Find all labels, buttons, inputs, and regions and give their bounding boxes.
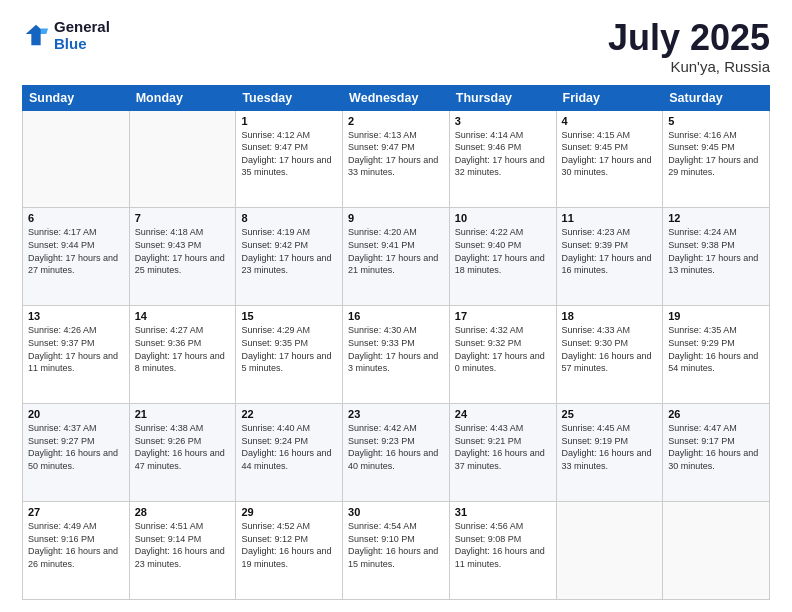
calendar-cell: 28Sunrise: 4:51 AM Sunset: 9:14 PM Dayli… <box>129 502 236 600</box>
calendar-cell <box>129 110 236 208</box>
logo-text: General Blue <box>54 18 110 52</box>
weekday-header: Tuesday <box>236 85 343 110</box>
calendar-cell: 7Sunrise: 4:18 AM Sunset: 9:43 PM Daylig… <box>129 208 236 306</box>
day-number: 25 <box>562 408 658 420</box>
day-info: Sunrise: 4:16 AM Sunset: 9:45 PM Dayligh… <box>668 129 764 179</box>
calendar-cell: 29Sunrise: 4:52 AM Sunset: 9:12 PM Dayli… <box>236 502 343 600</box>
calendar-cell <box>556 502 663 600</box>
calendar-cell: 30Sunrise: 4:54 AM Sunset: 9:10 PM Dayli… <box>343 502 450 600</box>
day-number: 30 <box>348 506 444 518</box>
calendar-cell: 8Sunrise: 4:19 AM Sunset: 9:42 PM Daylig… <box>236 208 343 306</box>
day-info: Sunrise: 4:54 AM Sunset: 9:10 PM Dayligh… <box>348 520 444 570</box>
calendar-week-row: 1Sunrise: 4:12 AM Sunset: 9:47 PM Daylig… <box>23 110 770 208</box>
day-number: 16 <box>348 310 444 322</box>
calendar-cell: 24Sunrise: 4:43 AM Sunset: 9:21 PM Dayli… <box>449 404 556 502</box>
calendar-cell: 14Sunrise: 4:27 AM Sunset: 9:36 PM Dayli… <box>129 306 236 404</box>
day-number: 18 <box>562 310 658 322</box>
calendar-cell: 25Sunrise: 4:45 AM Sunset: 9:19 PM Dayli… <box>556 404 663 502</box>
day-number: 24 <box>455 408 551 420</box>
calendar-cell: 5Sunrise: 4:16 AM Sunset: 9:45 PM Daylig… <box>663 110 770 208</box>
day-number: 21 <box>135 408 231 420</box>
day-number: 23 <box>348 408 444 420</box>
day-info: Sunrise: 4:51 AM Sunset: 9:14 PM Dayligh… <box>135 520 231 570</box>
calendar-cell: 6Sunrise: 4:17 AM Sunset: 9:44 PM Daylig… <box>23 208 130 306</box>
weekday-header: Sunday <box>23 85 130 110</box>
calendar-cell: 9Sunrise: 4:20 AM Sunset: 9:41 PM Daylig… <box>343 208 450 306</box>
calendar-cell: 15Sunrise: 4:29 AM Sunset: 9:35 PM Dayli… <box>236 306 343 404</box>
weekday-header: Wednesday <box>343 85 450 110</box>
day-info: Sunrise: 4:14 AM Sunset: 9:46 PM Dayligh… <box>455 129 551 179</box>
day-number: 27 <box>28 506 124 518</box>
day-info: Sunrise: 4:17 AM Sunset: 9:44 PM Dayligh… <box>28 226 124 276</box>
calendar-week-row: 6Sunrise: 4:17 AM Sunset: 9:44 PM Daylig… <box>23 208 770 306</box>
calendar-cell: 17Sunrise: 4:32 AM Sunset: 9:32 PM Dayli… <box>449 306 556 404</box>
day-info: Sunrise: 4:22 AM Sunset: 9:40 PM Dayligh… <box>455 226 551 276</box>
day-number: 3 <box>455 115 551 127</box>
day-number: 14 <box>135 310 231 322</box>
day-info: Sunrise: 4:19 AM Sunset: 9:42 PM Dayligh… <box>241 226 337 276</box>
calendar-cell: 10Sunrise: 4:22 AM Sunset: 9:40 PM Dayli… <box>449 208 556 306</box>
day-number: 31 <box>455 506 551 518</box>
day-info: Sunrise: 4:45 AM Sunset: 9:19 PM Dayligh… <box>562 422 658 472</box>
logo-icon <box>22 21 50 49</box>
day-number: 11 <box>562 212 658 224</box>
weekday-header: Saturday <box>663 85 770 110</box>
day-number: 2 <box>348 115 444 127</box>
calendar-week-row: 20Sunrise: 4:37 AM Sunset: 9:27 PM Dayli… <box>23 404 770 502</box>
calendar-cell: 23Sunrise: 4:42 AM Sunset: 9:23 PM Dayli… <box>343 404 450 502</box>
calendar-table: SundayMondayTuesdayWednesdayThursdayFrid… <box>22 85 770 600</box>
svg-marker-0 <box>26 25 47 46</box>
weekday-header-row: SundayMondayTuesdayWednesdayThursdayFrid… <box>23 85 770 110</box>
day-number: 26 <box>668 408 764 420</box>
day-info: Sunrise: 4:26 AM Sunset: 9:37 PM Dayligh… <box>28 324 124 374</box>
day-number: 19 <box>668 310 764 322</box>
day-info: Sunrise: 4:15 AM Sunset: 9:45 PM Dayligh… <box>562 129 658 179</box>
day-info: Sunrise: 4:42 AM Sunset: 9:23 PM Dayligh… <box>348 422 444 472</box>
calendar-cell: 18Sunrise: 4:33 AM Sunset: 9:30 PM Dayli… <box>556 306 663 404</box>
calendar-cell <box>663 502 770 600</box>
day-info: Sunrise: 4:47 AM Sunset: 9:17 PM Dayligh… <box>668 422 764 472</box>
day-info: Sunrise: 4:37 AM Sunset: 9:27 PM Dayligh… <box>28 422 124 472</box>
calendar-cell <box>23 110 130 208</box>
page: General Blue July 2025 Kun'ya, Russia Su… <box>0 0 792 612</box>
day-number: 17 <box>455 310 551 322</box>
day-info: Sunrise: 4:38 AM Sunset: 9:26 PM Dayligh… <box>135 422 231 472</box>
day-info: Sunrise: 4:12 AM Sunset: 9:47 PM Dayligh… <box>241 129 337 179</box>
day-info: Sunrise: 4:49 AM Sunset: 9:16 PM Dayligh… <box>28 520 124 570</box>
calendar-cell: 12Sunrise: 4:24 AM Sunset: 9:38 PM Dayli… <box>663 208 770 306</box>
day-number: 8 <box>241 212 337 224</box>
day-number: 1 <box>241 115 337 127</box>
day-number: 22 <box>241 408 337 420</box>
day-info: Sunrise: 4:18 AM Sunset: 9:43 PM Dayligh… <box>135 226 231 276</box>
calendar-cell: 20Sunrise: 4:37 AM Sunset: 9:27 PM Dayli… <box>23 404 130 502</box>
day-info: Sunrise: 4:29 AM Sunset: 9:35 PM Dayligh… <box>241 324 337 374</box>
day-number: 10 <box>455 212 551 224</box>
day-info: Sunrise: 4:32 AM Sunset: 9:32 PM Dayligh… <box>455 324 551 374</box>
day-number: 28 <box>135 506 231 518</box>
calendar-cell: 19Sunrise: 4:35 AM Sunset: 9:29 PM Dayli… <box>663 306 770 404</box>
day-number: 13 <box>28 310 124 322</box>
title-block: July 2025 Kun'ya, Russia <box>608 18 770 75</box>
day-number: 29 <box>241 506 337 518</box>
day-number: 20 <box>28 408 124 420</box>
day-number: 12 <box>668 212 764 224</box>
calendar-cell: 26Sunrise: 4:47 AM Sunset: 9:17 PM Dayli… <box>663 404 770 502</box>
day-info: Sunrise: 4:23 AM Sunset: 9:39 PM Dayligh… <box>562 226 658 276</box>
calendar-week-row: 13Sunrise: 4:26 AM Sunset: 9:37 PM Dayli… <box>23 306 770 404</box>
weekday-header: Friday <box>556 85 663 110</box>
day-info: Sunrise: 4:30 AM Sunset: 9:33 PM Dayligh… <box>348 324 444 374</box>
day-number: 15 <box>241 310 337 322</box>
month-title: July 2025 <box>608 18 770 58</box>
day-info: Sunrise: 4:40 AM Sunset: 9:24 PM Dayligh… <box>241 422 337 472</box>
weekday-header: Monday <box>129 85 236 110</box>
calendar-cell: 22Sunrise: 4:40 AM Sunset: 9:24 PM Dayli… <box>236 404 343 502</box>
day-number: 5 <box>668 115 764 127</box>
calendar-cell: 21Sunrise: 4:38 AM Sunset: 9:26 PM Dayli… <box>129 404 236 502</box>
day-number: 4 <box>562 115 658 127</box>
day-info: Sunrise: 4:24 AM Sunset: 9:38 PM Dayligh… <box>668 226 764 276</box>
svg-marker-1 <box>41 28 48 34</box>
day-info: Sunrise: 4:43 AM Sunset: 9:21 PM Dayligh… <box>455 422 551 472</box>
day-info: Sunrise: 4:27 AM Sunset: 9:36 PM Dayligh… <box>135 324 231 374</box>
location: Kun'ya, Russia <box>608 58 770 75</box>
calendar-cell: 11Sunrise: 4:23 AM Sunset: 9:39 PM Dayli… <box>556 208 663 306</box>
